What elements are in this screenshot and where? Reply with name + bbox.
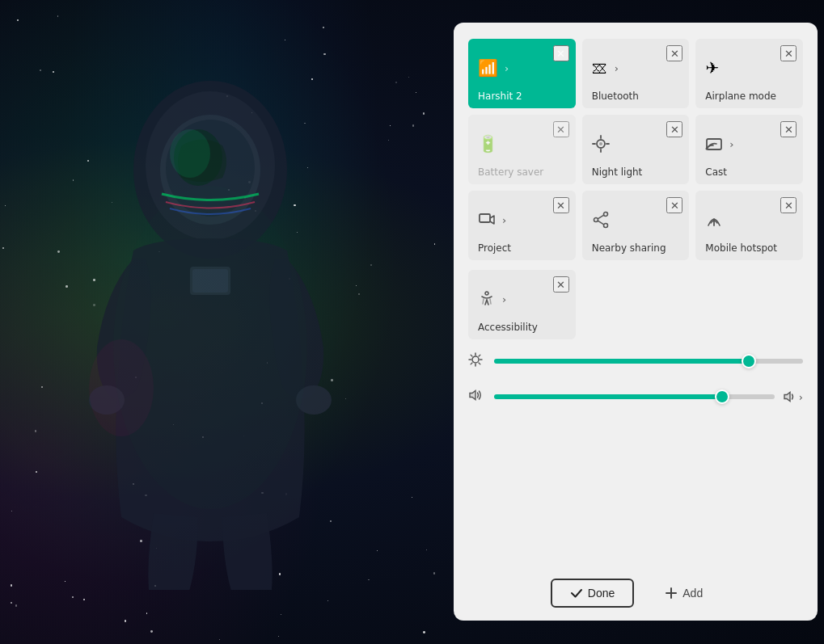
- done-button[interactable]: Done: [551, 579, 634, 608]
- tile-pin-btn-airplane[interactable]: ✕: [780, 45, 797, 61]
- cast-icon: [705, 135, 723, 153]
- add-button[interactable]: Add: [647, 579, 720, 608]
- tile-label-battery-saver: Battery saver: [478, 162, 566, 178]
- battery-icon: 🔋: [478, 134, 498, 154]
- chevron-icon-accessibility: ›: [502, 293, 506, 305]
- tile-label-bluetooth: Bluetooth: [592, 86, 680, 102]
- unpin-icon-nearby: ✕: [670, 200, 679, 212]
- svg-point-23: [603, 213, 607, 217]
- unpin-icon-ap: ✕: [784, 48, 793, 60]
- project-icon: [478, 211, 496, 229]
- checkmark-icon: [570, 587, 583, 600]
- tile-airplane[interactable]: ✕ ✈ Airplane mode: [695, 39, 803, 108]
- volume-slider[interactable]: [494, 394, 775, 399]
- unpin-icon-nl: ✕: [670, 124, 679, 136]
- tile-battery-saver[interactable]: ✕ 🔋 Battery saver: [468, 115, 576, 184]
- svg-point-24: [603, 224, 607, 228]
- tile-wifi-hotspot[interactable]: ✕ 📶 › Harshit 2: [468, 39, 576, 108]
- tile-label-nearby-sharing: Nearby sharing: [592, 238, 680, 254]
- unpin-icon-cast: ✕: [784, 124, 793, 136]
- done-label: Done: [588, 587, 615, 600]
- unpin-icon-hs: ✕: [784, 200, 793, 212]
- svg-line-36: [479, 363, 480, 364]
- svg-point-19: [599, 142, 602, 145]
- add-label: Add: [682, 587, 703, 600]
- svg-point-29: [485, 292, 488, 295]
- tile-pin-btn-nearby[interactable]: ✕: [666, 197, 682, 213]
- tile-pin-btn-hotspot[interactable]: ✕: [780, 197, 797, 213]
- tile-night-light[interactable]: ✕ Night light: [582, 115, 690, 184]
- astronaut-image: [49, 65, 372, 590]
- unpin-icon: ✕: [556, 48, 565, 60]
- plus-icon: [665, 587, 678, 600]
- tile-label-accessibility: Accessibility: [478, 317, 566, 333]
- audio-chevron-icon: ›: [799, 391, 803, 403]
- bottom-bar: Done Add: [468, 562, 803, 608]
- svg-point-30: [472, 356, 479, 363]
- tile-label-project: Project: [478, 238, 566, 254]
- tiles-grid: ✕ 📶 › Harshit 2 ✕ ⯴ › Bluetooth ✕: [468, 39, 803, 260]
- sliders-area: ›: [468, 352, 803, 406]
- nearby-sharing-icon: [592, 211, 610, 229]
- tile-pin-btn-wifi-hotspot[interactable]: ✕: [553, 45, 569, 61]
- chevron-icon-bt: ›: [615, 62, 619, 74]
- night-light-icon: [592, 135, 610, 153]
- audio-settings-btn[interactable]: ›: [783, 389, 803, 404]
- tile-empty-2: [695, 270, 803, 339]
- svg-point-13: [113, 186, 307, 509]
- svg-line-27: [598, 221, 604, 225]
- mobile-hotspot-icon: [705, 211, 723, 229]
- tile-label-airplane: Airplane mode: [705, 86, 793, 102]
- chevron-icon-project: ›: [502, 214, 506, 226]
- svg-point-5: [170, 129, 210, 178]
- bluetooth-icon: ⯴: [592, 58, 608, 78]
- svg-rect-22: [480, 214, 490, 222]
- tile-pin-btn-accessibility[interactable]: ✕: [553, 276, 569, 293]
- tile-project[interactable]: ✕ › Project: [468, 191, 576, 260]
- tile-label-cast: Cast: [705, 162, 793, 178]
- tile-label-wifi-hotspot: Harshit 2: [478, 86, 566, 102]
- brightness-icon: [468, 352, 486, 370]
- tile-pin-btn-bluetooth[interactable]: ✕: [666, 45, 682, 61]
- brightness-slider[interactable]: [494, 359, 803, 364]
- tile-mobile-hotspot[interactable]: ✕ Mobile hotspot: [695, 191, 803, 260]
- tile-accessibility[interactable]: ✕ › Accessibility: [468, 270, 576, 339]
- svg-point-21: [706, 148, 708, 150]
- brightness-slider-row: [468, 352, 803, 370]
- unpin-icon-proj: ✕: [556, 200, 565, 212]
- tile-bluetooth[interactable]: ✕ ⯴ › Bluetooth: [582, 39, 690, 108]
- chevron-icon-cast: ›: [729, 138, 733, 150]
- svg-line-35: [471, 355, 472, 356]
- tile-cast[interactable]: ✕ › Cast: [695, 115, 803, 184]
- svg-line-26: [598, 215, 604, 219]
- svg-rect-20: [707, 139, 721, 149]
- accessibility-icon: [478, 290, 496, 308]
- tile-pin-btn-cast[interactable]: ✕: [780, 121, 797, 137]
- volume-slider-row: ›: [468, 388, 803, 406]
- tile-pin-btn-project[interactable]: ✕: [553, 197, 569, 213]
- tile-empty-1: [582, 270, 690, 339]
- unpin-icon-acc: ✕: [556, 279, 565, 291]
- tile-pin-btn-battery[interactable]: ✕: [553, 121, 569, 137]
- svg-line-37: [479, 355, 480, 356]
- tiles-grid-row2: ✕ › Accessibility: [468, 270, 803, 339]
- tile-label-night-light: Night light: [592, 162, 680, 178]
- wifi-icon: 📶: [478, 58, 498, 78]
- tile-label-mobile-hotspot: Mobile hotspot: [705, 238, 793, 254]
- svg-point-28: [713, 219, 716, 221]
- svg-line-38: [471, 363, 472, 364]
- chevron-icon-wifi: ›: [505, 62, 509, 74]
- volume-icon: [468, 388, 486, 406]
- tile-nearby-sharing[interactable]: ✕ Nearby sharing: [582, 191, 690, 260]
- svg-point-25: [594, 218, 598, 222]
- quick-settings-panel: ✕ 📶 › Harshit 2 ✕ ⯴ › Bluetooth ✕: [454, 23, 818, 621]
- airplane-icon: ✈: [705, 58, 719, 78]
- unpin-icon-bt: ✕: [670, 48, 679, 60]
- unpin-icon-bat: ✕: [556, 124, 565, 136]
- tile-pin-btn-night[interactable]: ✕: [666, 121, 682, 137]
